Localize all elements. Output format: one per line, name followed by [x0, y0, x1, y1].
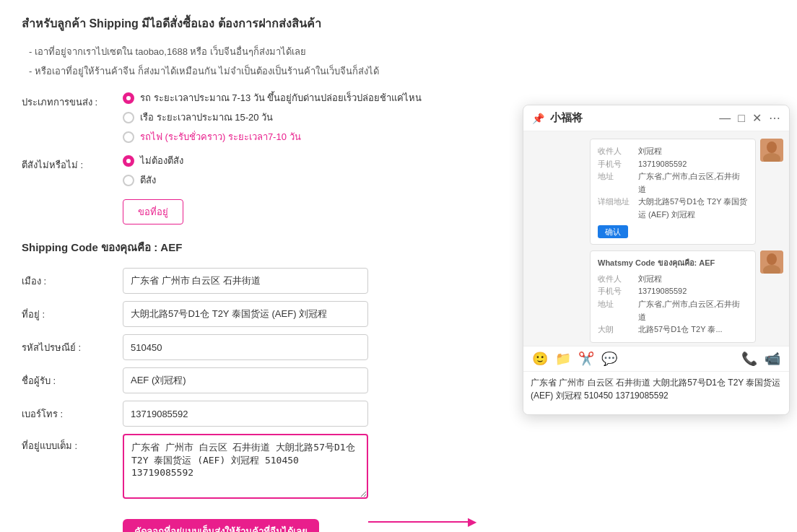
- zip-label: รหัสไปรษณีย์ :: [22, 340, 123, 355]
- more-icon[interactable]: ⋯: [769, 111, 780, 125]
- card-row-phone: 手机号 13719085592: [598, 158, 748, 171]
- radio-dot-sorting-yes: [123, 175, 134, 186]
- chat-input-text[interactable]: 广东省 广州市 白云区 石井街道 大朗北路57号D1仓 T2Y 泰国货运 (AE…: [531, 376, 782, 402]
- radio-dot-ship: [123, 112, 134, 123]
- chat-titlebar: 📌 小福将 — □ ✕ ⋯: [523, 105, 789, 131]
- video-icon[interactable]: 📹: [765, 351, 780, 367]
- avatar-1: [760, 139, 783, 162]
- arrow-head: ▶: [468, 515, 476, 528]
- minimize-icon[interactable]: —: [719, 112, 731, 125]
- chat-app-name: 小福将: [550, 111, 583, 125]
- card-row-recipient: 收件人 刘冠程: [598, 145, 748, 158]
- transport-ship-text: เรือ ระยะเวลาประมาณ 15-20 วัน: [140, 110, 273, 125]
- avatar-2: [760, 250, 783, 274]
- transport-label: ประเภทการขนส่ง :: [22, 90, 123, 110]
- maximize-icon[interactable]: □: [738, 112, 745, 125]
- svg-point-1: [767, 141, 777, 153]
- sorting-option-yes[interactable]: ตีสัง: [123, 173, 183, 188]
- card2-title: Whatsmy Code ของคุณคือ: AEF: [598, 257, 748, 270]
- sorting-yes-text: ตีสัง: [140, 173, 156, 188]
- zip-input[interactable]: [123, 334, 368, 360]
- card-row-detail: 详细地址 大朗北路57号D1仓 T2Y 泰国货运 (AEF) 刘冠程: [598, 196, 748, 221]
- sorting-radio-group: ไม่ต้องตีสัง ตีสัง: [123, 153, 183, 188]
- radio-dot-sorting-no: [123, 155, 134, 167]
- info-item-2: หรือเอาที่อยู่ให้ร้านค้าจีน ก็ส่งมาได้เห…: [29, 64, 775, 79]
- main-title: สำหรับลูกค้า Shipping มีไอดีสั่งซื้อเอง …: [22, 14, 775, 32]
- address-label: ที่อยู่ :: [22, 307, 123, 322]
- chat-icon[interactable]: 💬: [601, 351, 617, 367]
- folder-icon[interactable]: 📁: [555, 351, 571, 367]
- chat-title-left: 📌 小福将: [532, 111, 583, 125]
- address-card-2: Whatsmy Code ของคุณคือ: AEF 收件人 刘冠程 手机号 …: [590, 250, 756, 343]
- pin-icon: 📌: [532, 113, 544, 124]
- copy-hint: คัดลอกที่อยู่แบบเต็มส่งให้ร้านค้าที่จีนไ…: [123, 519, 319, 532]
- phone-icon[interactable]: 📞: [741, 351, 757, 367]
- card2-row-phone: 手机号 13719085592: [598, 285, 748, 298]
- full-address-textarea[interactable]: [123, 434, 368, 499]
- sorting-label: ตีสังไม่หรือไม่ :: [22, 153, 123, 173]
- phone-label: เบอร์โทร :: [22, 406, 123, 422]
- address-input[interactable]: [123, 301, 368, 327]
- transport-truck-text: รถ ระยะเวลาประมาณ 7-13 วัน ขึ้นอยู่กับด่…: [140, 90, 422, 105]
- phone-input[interactable]: [123, 401, 368, 427]
- transport-option-truck[interactable]: รถ ระยะเวลาประมาณ 7-13 วัน ขึ้นอยู่กับด่…: [123, 90, 422, 105]
- page-container: สำหรับลูกค้า Shipping มีไอดีสั่งซื้อเอง …: [0, 0, 797, 532]
- arrow-container: ▶: [368, 521, 469, 523]
- address-card-1: 收件人 刘冠程 手机号 13719085592 地址 广东省,广州市,白云区,石…: [590, 139, 756, 245]
- confirm-button[interactable]: 确认: [598, 225, 628, 238]
- chat-input-area[interactable]: 广东省 广州市 白云区 石井街道 大朗北路57号D1仓 T2Y 泰国货运 (AE…: [523, 371, 789, 414]
- request-address-button[interactable]: ขอที่อยู่: [123, 199, 183, 224]
- card-row-province: 地址 广东省,广州市,白云区,石井街道: [598, 170, 748, 196]
- info-item-1: เอาที่อยู่จากเราไปเซตใน taobao,1688 หรือ…: [29, 44, 775, 59]
- close-icon[interactable]: ✕: [752, 111, 762, 125]
- full-address-row: ที่อยู่แบบเต็ม :: [22, 434, 775, 501]
- sorting-option-no[interactable]: ไม่ต้องตีสัง: [123, 153, 183, 168]
- full-address-label: ที่อยู่แบบเต็ม :: [22, 434, 123, 453]
- card-footer: 确认: [598, 226, 748, 239]
- card2-row-extra: 大朗 北路57号D1仓 T2Y 泰...: [598, 323, 748, 336]
- chat-toolbar: 🙂 📁 ✂️ 💬 📞 📹: [523, 346, 789, 371]
- transport-option-ship[interactable]: เรือ ระยะเวลาประมาณ 15-20 วัน: [123, 110, 422, 125]
- info-list: เอาที่อยู่จากเราไปเซตใน taobao,1688 หรือ…: [22, 44, 775, 79]
- transport-option-train[interactable]: รถไฟ (ระรับชั่วคราว) ระยะเวลา7-10 วัน: [123, 129, 422, 144]
- chat-msg-card2: Whatsmy Code ของคุณคือ: AEF 收件人 刘冠程 手机号 …: [529, 250, 783, 343]
- transport-train-text: รถไฟ (ระรับชั่วคราว) ระยะเวลา7-10 วัน: [140, 129, 301, 144]
- recipient-label: ชื่อผู้รับ :: [22, 373, 123, 388]
- card2-row-address: 地址 广东省,广州市,白云区,石井街道: [598, 298, 748, 323]
- full-address-wrap: [123, 434, 368, 501]
- transport-radio-group: รถ ระยะเวลาประมาณ 7-13 วัน ขึ้นอยู่กับด่…: [123, 90, 422, 144]
- radio-dot-truck: [123, 92, 134, 104]
- chat-msg-card1: 收件人 刘冠程 手机号 13719085592 地址 广东省,广州市,白云区,石…: [529, 139, 783, 245]
- scissors-icon[interactable]: ✂️: [578, 351, 594, 367]
- chat-window-controls: — □ ✕ ⋯: [719, 111, 780, 125]
- chat-body: 收件人 刘冠程 手机号 13719085592 地址 广东省,广州市,白云区,石…: [523, 131, 789, 346]
- city-label: เมือง :: [22, 274, 123, 289]
- radio-dot-train: [123, 131, 134, 143]
- copy-hint-container: คัดลอกที่อยู่แบบเต็มส่งให้ร้านค้าที่จีนไ…: [123, 519, 319, 532]
- city-input[interactable]: [123, 268, 368, 294]
- recipient-input[interactable]: [123, 367, 368, 393]
- svg-point-4: [767, 253, 777, 265]
- toolbar-left: 🙂 📁 ✂️ 💬: [532, 351, 617, 367]
- emoji-icon[interactable]: 🙂: [532, 351, 548, 367]
- arrow-line: ▶: [368, 521, 469, 523]
- toolbar-right: 📞 📹: [741, 351, 780, 367]
- chat-window: 📌 小福将 — □ ✕ ⋯ 收件人 刘冠程: [523, 105, 790, 415]
- card2-row-recipient: 收件人 刘冠程: [598, 273, 748, 286]
- sorting-no-text: ไม่ต้องตีสัง: [140, 153, 183, 168]
